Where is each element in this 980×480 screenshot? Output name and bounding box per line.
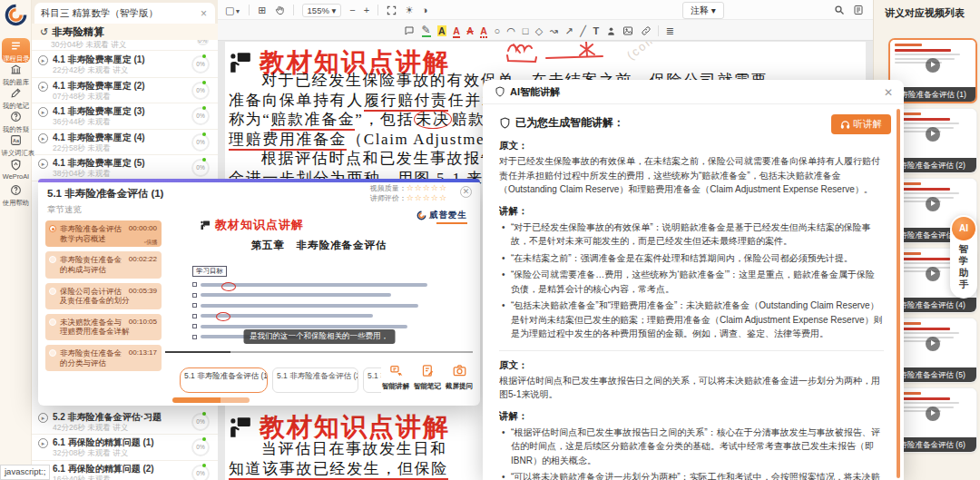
play-icon[interactable]	[926, 407, 940, 421]
chapter-chip[interactable]: 00:00:00非寿险准备金评估教学内容概述▫倍播	[45, 220, 162, 247]
text-icon[interactable]: T	[593, 25, 599, 36]
ai-scrollbar[interactable]	[897, 109, 900, 478]
strikethrough-text-icon[interactable]: A	[466, 25, 474, 36]
video-list-title: 讲义对应视频列表	[885, 6, 965, 20]
course-catalog-icon	[2, 40, 30, 54]
back-icon[interactable]: ↺	[40, 26, 48, 38]
popup-close-icon[interactable]: ✕	[460, 186, 472, 198]
slide-brand-logo: 威普爱生	[416, 210, 467, 221]
polyline-icon[interactable]: ↝	[550, 25, 558, 36]
objective-line	[192, 293, 391, 298]
video-stage[interactable]: 威普爱生 教材知识点讲解 第五章 非寿险准备金评估 学习目标 是我们的这一个和保…	[165, 202, 473, 364]
lesson-item[interactable]: ▸4.1 非寿险费率厘定 (5)38分04秒 未观看0%	[32, 155, 218, 181]
fit-page-icon[interactable]	[387, 5, 397, 15]
zoom-level-select[interactable]: 155% ▾	[302, 4, 342, 17]
action-screenshot-ask[interactable]: 截屏提问	[445, 364, 474, 400]
rail-item-glossary[interactable]: Aa讲义词汇表	[0, 134, 32, 158]
chapter-radio	[49, 256, 56, 263]
lesson-meta: 22分58秒 未观看	[53, 143, 111, 154]
chapter-chip[interactable]: 00:10:05未决赔款准备金与理赔费用准备金详解	[45, 314, 162, 340]
lesson-item[interactable]: ▸6.1 再保险的精算问题 (2)16分40秒 未观看0%	[32, 461, 218, 480]
slide-title: 教材知识点讲解	[200, 217, 304, 233]
lesson-progress-ring: 0%	[191, 82, 210, 100]
chapter-time: 00:02:22	[129, 255, 157, 264]
zoom-in-icon[interactable]: +	[364, 5, 369, 15]
tab-close-icon[interactable]: ×	[199, 7, 209, 20]
thumbnail-grid-icon[interactable]: ⊞	[258, 5, 266, 15]
video-part-card[interactable]: 5.1 非寿险准备金评估 (1)	[180, 367, 268, 393]
lesson-item[interactable]: ▸4.1 非寿险费率厘定 (4)22分58秒 未观看0%	[32, 130, 218, 156]
chapter-chip[interactable]: 00:05:39保险公司会计评估及责任准备金的划分	[45, 283, 162, 309]
ai-close-icon[interactable]: ✕	[884, 86, 893, 99]
rail-item-my-notes[interactable]: 我的笔记	[0, 87, 32, 111]
shape-list-icon[interactable]: ≣	[666, 25, 674, 36]
listen-explain-button[interactable]: 听讲解	[831, 114, 892, 134]
line-icon[interactable]: ╱	[580, 25, 586, 36]
hand-tool-icon[interactable]	[275, 5, 285, 15]
action-ai-note[interactable]: 智能笔记	[413, 364, 442, 400]
course-tab[interactable]: 科目三 精算数学（智学版） ×	[34, 3, 215, 24]
rail-item-course-catalog[interactable]: 课程目录	[2, 38, 30, 63]
zoom-out-icon[interactable]: −	[349, 5, 355, 15]
image-icon[interactable]	[622, 24, 633, 36]
polygon-icon[interactable]: ◇	[535, 25, 543, 36]
star-rating[interactable]: ☆☆☆☆☆	[407, 183, 447, 192]
brightness-icon[interactable]: ☀	[405, 5, 414, 15]
ai-shield-icon	[499, 117, 511, 129]
svg-text:Aa: Aa	[13, 138, 20, 143]
lesson-meta: 30分04秒 未观看 讲义	[51, 40, 126, 51]
headset-icon	[840, 120, 850, 130]
rectangle-icon[interactable]: □	[523, 25, 529, 36]
lesson-item-partial[interactable]: 30分04秒 未观看 讲义 0%	[32, 40, 218, 51]
dark-mode-icon[interactable]: ◑	[422, 5, 428, 15]
rail-item-wepro-ai[interactable]: WeProAI	[0, 159, 32, 181]
chapter-chip[interactable]: 00:13:17非寿险责任准备金的分类与评估	[45, 345, 162, 371]
search-icon[interactable]	[834, 5, 845, 15]
chapter-chip[interactable]: 00:02:22非寿险责任准备金的构成与评估	[45, 251, 162, 278]
ellipse-icon[interactable]: ○	[494, 25, 500, 36]
outline-panel-icon[interactable]	[853, 5, 864, 15]
lesson-title: 6.1 再保险的精算问题 (1)	[53, 436, 154, 449]
lesson-item[interactable]: ▸4.1 非寿险费率厘定 (3)36分44秒 未观看0%	[32, 103, 218, 130]
link-icon[interactable]	[641, 24, 652, 36]
page-menu-icon[interactable]: ▢▼	[225, 5, 240, 15]
lesson-item[interactable]: ▸6.1 再保险的精算问题 (1)32分08秒 未观看 讲义0%	[32, 435, 218, 461]
chapter-label: 未决赔款准备金与理赔费用准备金详解	[60, 318, 130, 337]
lesson-item[interactable]: ▸5.2 非寿险准备金评估·习题42分26秒 未观看 讲义0%	[32, 409, 218, 436]
star-rating[interactable]: ☆☆☆☆☆	[407, 193, 447, 202]
objective-line	[192, 303, 418, 308]
lesson-item[interactable]: ▸4.1 非寿险费率厘定 (2)07分48秒 未观看0%	[32, 78, 218, 104]
comment-icon[interactable]	[404, 24, 415, 36]
play-icon[interactable]	[926, 337, 940, 351]
arrow-icon[interactable]: ↗	[565, 25, 573, 36]
annotate-menu-button[interactable]: 注释 ▾	[682, 2, 724, 19]
smart-assistant-button[interactable]: AI 智学助手	[950, 215, 977, 299]
highlight-text-icon[interactable]: A	[437, 25, 446, 36]
action-ai-explain[interactable]: 智能讲解	[381, 364, 410, 400]
assistant-label: 智学助手	[950, 243, 977, 290]
pen-icon[interactable]: ✎	[422, 24, 431, 37]
lesson-progress-ring: 0%	[191, 413, 210, 431]
play-icon[interactable]	[926, 197, 940, 211]
ai-panel-body: 已为您生成智能讲解： 原文：对于已经发生保险事故的有效保单，在未结案之前，保险公…	[499, 104, 884, 480]
my-qa-icon	[0, 111, 32, 124]
squiggly-text-icon[interactable]: A	[480, 25, 487, 36]
rail-item-help[interactable]: 使用帮助	[0, 184, 32, 208]
lesson-progress-ring: 0%	[191, 438, 210, 456]
rail-item-question-bank[interactable]: 我的题库	[0, 64, 32, 87]
arc-icon[interactable]: ◠	[507, 25, 516, 36]
rail-item-label: 我的题库	[1, 77, 30, 86]
underline-text-icon[interactable]: A	[453, 25, 460, 36]
video-player-popup: 5.1 非寿险准备金评估 (1) 视频质量：☆☆☆☆☆讲师评价：☆☆☆☆☆ ✕ …	[38, 179, 480, 406]
section-header[interactable]: ↺ 非寿险精算	[32, 24, 218, 40]
rail-item-my-qa[interactable]: 我的答疑	[0, 111, 32, 134]
chapter-radio	[49, 349, 56, 357]
lesson-item[interactable]: ▸4.1 非寿险费率厘定 (1)22分42秒 未观看 讲义0%	[32, 52, 218, 78]
action-label: 智能讲解	[382, 381, 409, 390]
play-icon[interactable]	[926, 127, 940, 142]
video-part-card[interactable]: 5.1 非寿险准备金评估 (2)	[272, 367, 358, 393]
play-icon[interactable]	[926, 58, 940, 73]
stamp-icon[interactable]	[606, 24, 616, 35]
course-tab-title: 科目三 精算数学（智学版）	[41, 7, 199, 20]
play-icon[interactable]	[926, 267, 940, 281]
